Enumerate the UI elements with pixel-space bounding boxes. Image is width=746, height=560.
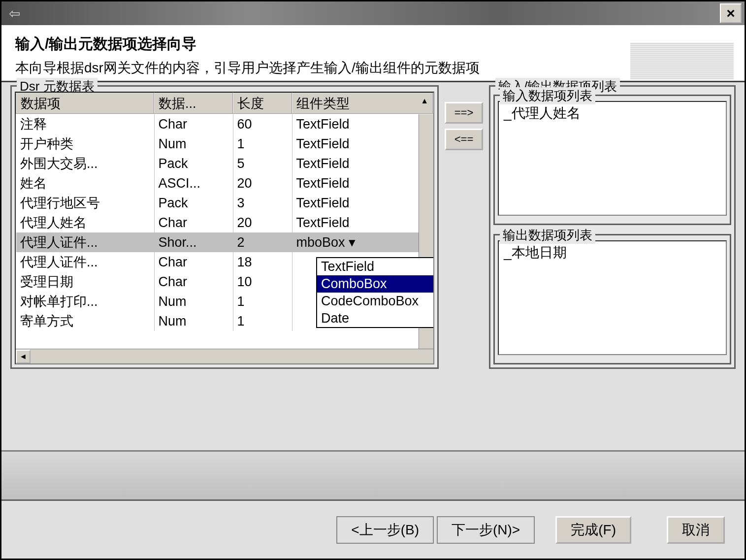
move-left-button[interactable]: <==: [445, 129, 483, 150]
wizard-window: ⇦ × 输入/输出元数据项选择向导 本向导根据dsr网关文件的内容，引导用户选择…: [0, 0, 746, 560]
input-legend: 输入数据项列表: [500, 87, 595, 104]
body: Dsr 元数据表 数据项 数据... 长度 组件类型 注释Char60TextF…: [1, 82, 745, 450]
io-list-group: 输入/输出数据项列表 输入数据项列表 _代理人姓名 输出数据项列表 _本地日期: [489, 85, 736, 369]
table-row[interactable]: 代理人证件...Shor...2mboBox ▾: [16, 232, 433, 252]
list-item[interactable]: _代理人姓名: [504, 104, 721, 123]
dropdown-option[interactable]: TextField: [317, 258, 434, 275]
table-row[interactable]: 代理人姓名Char20TextField: [16, 213, 433, 232]
close-button[interactable]: ×: [720, 3, 742, 23]
back-icon[interactable]: ⇦: [4, 4, 24, 22]
table-row[interactable]: 注释Char60TextField: [16, 114, 433, 134]
finish-button[interactable]: 完成(F): [555, 516, 631, 544]
table-row[interactable]: 外围大交易...Pack5TextField: [16, 154, 433, 173]
transfer-buttons: ==> <==: [445, 85, 483, 450]
table-row[interactable]: 开户种类Num1TextField: [16, 134, 433, 154]
col-data-type[interactable]: 数据...: [154, 93, 233, 114]
page-title: 输入/输出元数据项选择向导: [15, 34, 731, 54]
header-decoration: [630, 43, 734, 79]
footer: <上一步(B) 下一步(N)> 完成(F) 取消: [1, 499, 745, 559]
list-item[interactable]: _本地日期: [504, 243, 721, 262]
output-legend: 输出数据项列表: [500, 227, 595, 244]
footer-spacer: [1, 450, 745, 499]
back-button[interactable]: <上一步(B): [336, 516, 434, 544]
output-list[interactable]: _本地日期: [498, 240, 727, 355]
col-component-type[interactable]: 组件类型: [292, 93, 433, 114]
col-data-item[interactable]: 数据项: [16, 93, 154, 114]
cancel-button[interactable]: 取消: [667, 516, 725, 544]
input-list-group: 输入数据项列表 _代理人姓名: [493, 95, 731, 225]
component-type-dropdown[interactable]: TextFieldComboBoxCodeComboBoxDate: [316, 257, 434, 328]
dropdown-option[interactable]: Date: [317, 310, 434, 327]
table-row[interactable]: 代理行地区号Pack3TextField: [16, 193, 433, 213]
output-list-group: 输出数据项列表 _本地日期: [493, 234, 731, 364]
dsr-metadata-table-group: Dsr 元数据表 数据项 数据... 长度 组件类型 注释Char60TextF…: [10, 85, 439, 369]
dropdown-option[interactable]: ComboBox: [317, 275, 434, 293]
scroll-left-icon[interactable]: ◄: [16, 350, 31, 363]
horizontal-scrollbar[interactable]: ◄: [16, 349, 433, 363]
move-right-button[interactable]: ==>: [445, 102, 483, 124]
next-button[interactable]: 下一步(N)>: [437, 516, 535, 544]
metadata-table-container: 数据项 数据... 长度 组件类型 注释Char60TextField开户种类N…: [15, 92, 434, 364]
table-row[interactable]: 姓名ASCI...20TextField: [16, 173, 433, 193]
header: 输入/输出元数据项选择向导 本向导根据dsr网关文件的内容，引导用户选择产生输入…: [1, 25, 745, 82]
titlebar: ⇦ ×: [1, 1, 745, 25]
col-length[interactable]: 长度: [233, 93, 292, 114]
page-description: 本向导根据dsr网关文件的内容，引导用户选择产生输入/输出组件的元数据项: [15, 59, 731, 77]
input-list[interactable]: _代理人姓名: [498, 101, 727, 216]
dropdown-option[interactable]: CodeComboBox: [317, 293, 434, 310]
